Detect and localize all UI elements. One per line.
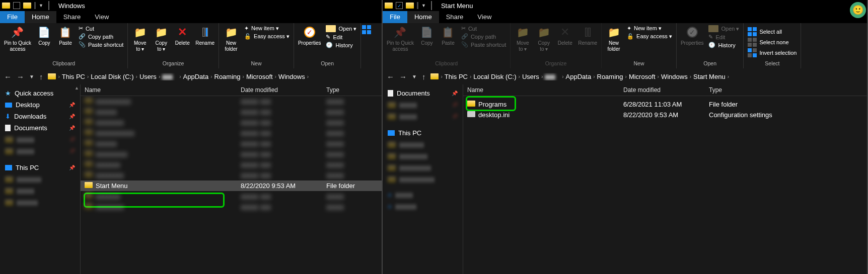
copy-button[interactable]: 📄Copy: [419, 25, 435, 46]
paste-button[interactable]: 📋Paste: [57, 25, 74, 46]
qat-checkbox[interactable]: ✓: [396, 2, 403, 9]
sidebar-quickaccess[interactable]: ★Quick access: [0, 87, 80, 99]
copypath-button[interactable]: 🔗Copy path: [79, 33, 123, 40]
selectnone-button[interactable]: Select none: [748, 38, 797, 47]
bc-ms[interactable]: Microsoft: [246, 73, 273, 80]
sidebar-item[interactable]: ■▮▮▮▮▮▮: [383, 201, 463, 212]
nav-fwd[interactable]: →: [399, 72, 407, 81]
file-row-programs[interactable]: Programs 6/28/2021 11:03 AM File folder: [463, 99, 867, 110]
pastesc-button[interactable]: 📎Paste shortcut: [461, 41, 506, 48]
edit-button[interactable]: ✎Edit: [326, 34, 356, 40]
cut-button[interactable]: ✂Cut: [461, 25, 506, 32]
sidebar-item[interactable]: ▮▮▮▮▮▮▮▮▮: [383, 162, 463, 173]
nav-recent[interactable]: ▼: [29, 74, 34, 79]
nav-back[interactable]: ←: [387, 72, 394, 81]
bc-thispc[interactable]: This PC: [445, 73, 468, 80]
qat-dropdown-icon[interactable]: ▼: [421, 3, 426, 8]
rename-button[interactable]: Rename: [578, 25, 597, 46]
bc-user[interactable]: ▮▮▮: [162, 73, 177, 80]
sidebar-item[interactable]: ▮▮▮▮▮▮▮: [383, 139, 463, 150]
file-row[interactable]: ▮▮▮▮▮▮▮▮▮▮▮▮ ▮▮▮▮▮▮▮▮: [81, 191, 382, 202]
open-button[interactable]: Open ▾: [708, 25, 739, 32]
rename-button[interactable]: Rename: [195, 25, 214, 46]
open-button[interactable]: Open ▾: [326, 25, 356, 32]
tab-view[interactable]: View: [470, 11, 498, 23]
sidebar-item[interactable]: ▮▮▮▮▮📌: [0, 134, 80, 145]
col-modified[interactable]: Date modified: [237, 86, 322, 94]
bc-thispc[interactable]: This PC: [62, 73, 85, 80]
delete-button[interactable]: ✕Delete: [557, 25, 573, 46]
pin-button[interactable]: 📌Pin to Quick access: [387, 25, 414, 52]
easyaccess-button[interactable]: 🔓Easy access ▾: [627, 33, 672, 40]
file-row[interactable]: ▮▮▮▮▮▮▮▮▮▮▮▮▮ ▮▮▮▮▮▮▮▮: [81, 117, 382, 128]
file-row[interactable]: ▮▮▮▮▮▮▮▮▮▮▮▮▮▮▮▮ ▮▮▮▮▮▮▮▮: [81, 128, 382, 138]
breadcrumb[interactable]: › This PC› Local Disk (C:)› Users› ▮▮▮› …: [430, 73, 863, 80]
file-row[interactable]: ▮▮▮▮▮▮▮▮▮▮▮ ▮▮▮▮▮▮▮▮: [81, 107, 382, 117]
bc-roaming[interactable]: Roaming: [597, 73, 623, 80]
col-type[interactable]: Type: [322, 86, 363, 94]
bc-c[interactable]: Local Disk (C:): [473, 73, 516, 80]
file-row[interactable]: ▮▮▮▮▮▮▮▮▮▮▮▮▮ ▮▮▮▮▮▮▮▮: [81, 202, 382, 212]
sidebar-item[interactable]: ▮▮▮▮▮▮: [0, 197, 80, 208]
tab-view[interactable]: View: [88, 11, 116, 23]
sidebar-documents[interactable]: Documents📌: [0, 122, 80, 134]
file-row[interactable]: ▮▮▮▮▮▮▮▮▮▮▮▮▮ ▮▮▮▮▮▮▮▮: [81, 170, 382, 180]
tab-home[interactable]: Home: [407, 11, 439, 23]
sidebar-item[interactable]: ▮▮▮▮▮▮▮▮▮▮: [383, 173, 463, 185]
bc-appdata[interactable]: AppData: [183, 73, 209, 80]
col-name[interactable]: Name: [81, 86, 237, 94]
bc-users[interactable]: Users: [139, 73, 157, 80]
edit-button[interactable]: ✎Edit: [708, 34, 739, 40]
history-button[interactable]: 🕘History: [326, 42, 356, 48]
moveto-button[interactable]: 📁Move to ▾: [515, 25, 531, 52]
file-row[interactable]: ▮▮▮▮▮▮▮▮▮▮▮▮ ▮▮▮▮▮▮▮▮: [81, 159, 382, 170]
file-row[interactable]: ▮▮▮▮▮▮▮▮▮▮▮▮▮▮ ▮▮▮▮▮▮▮▮: [81, 149, 382, 159]
selectall-button[interactable]: Select all: [748, 27, 797, 36]
sidebar-thispc[interactable]: This PC: [383, 127, 463, 139]
sidebar-item[interactable]: ▮▮▮▮▮▮▮▮: [383, 150, 463, 162]
col-name[interactable]: Name: [463, 86, 619, 94]
col-type[interactable]: Type: [705, 86, 785, 94]
tab-file[interactable]: File: [383, 11, 407, 23]
nav-fwd[interactable]: →: [17, 72, 24, 81]
file-row-startmenu[interactable]: Start Menu 8/22/2020 9:53 AM File folder: [81, 180, 382, 191]
bc-users[interactable]: Users: [522, 73, 539, 80]
sidebar-item[interactable]: ■▮▮▮▮▮: [383, 189, 463, 201]
breadcrumb[interactable]: › This PC› Local Disk (C:)› Users› ▮▮▮› …: [48, 73, 378, 80]
newitem-button[interactable]: ✦New item ▾: [244, 25, 290, 32]
bc-ms[interactable]: Microsoft: [629, 73, 656, 80]
cut-button[interactable]: ✂Cut: [79, 25, 123, 32]
col-modified[interactable]: Date modified: [619, 86, 705, 94]
tab-share[interactable]: Share: [439, 11, 471, 23]
nav-recent[interactable]: ▼: [412, 74, 417, 79]
easyaccess-button[interactable]: 🔓Easy access ▾: [244, 33, 290, 40]
sidebar-desktop[interactable]: Desktop📌: [0, 99, 80, 111]
nav-back[interactable]: ←: [4, 72, 12, 81]
sidebar-item[interactable]: ▮▮▮▮▮📌: [383, 111, 463, 122]
bc-startmenu[interactable]: Start Menu: [693, 73, 726, 80]
bc-c[interactable]: Local Disk (C:): [91, 73, 133, 80]
qat-checkbox[interactable]: [13, 2, 20, 9]
newitem-button[interactable]: ✦New item ▾: [627, 25, 672, 32]
tab-share[interactable]: Share: [56, 11, 88, 23]
bc-win[interactable]: Windows: [278, 73, 305, 80]
copy-button[interactable]: 📄Copy: [36, 25, 52, 46]
bc-appdata[interactable]: AppData: [566, 73, 592, 80]
nav-up[interactable]: ↑: [39, 72, 43, 81]
sidebar-item[interactable]: ▮▮▮▮▮📌: [0, 145, 80, 157]
pin-button[interactable]: 📌Pin to Quick access: [4, 25, 31, 52]
qat-folder-icon[interactable]: [23, 3, 31, 9]
file-row[interactable]: ▮▮▮▮▮▮▮▮▮▮▮▮▮▮▮ ▮▮▮▮▮▮▮▮: [81, 96, 382, 107]
copypath-button[interactable]: 🔗Copy path: [461, 33, 506, 40]
tab-file[interactable]: File: [0, 11, 25, 23]
sidebar-downloads[interactable]: ⬇Downloads📌: [0, 111, 80, 122]
history-button[interactable]: 🕘History: [708, 42, 739, 48]
sidebar-item[interactable]: ▮▮▮▮▮▮▮: [0, 173, 80, 185]
qat-dropdown-icon[interactable]: ▼: [39, 3, 43, 8]
bc-user[interactable]: ▮▮▮: [545, 73, 560, 80]
pastesc-button[interactable]: 📎Paste shortcut: [79, 41, 123, 48]
tab-home[interactable]: Home: [25, 11, 56, 23]
scroll-up-icon[interactable]: ▲: [75, 85, 79, 90]
sidebar-documents[interactable]: Documents📌: [383, 87, 463, 99]
properties-button[interactable]: ✓Properties: [681, 25, 704, 46]
